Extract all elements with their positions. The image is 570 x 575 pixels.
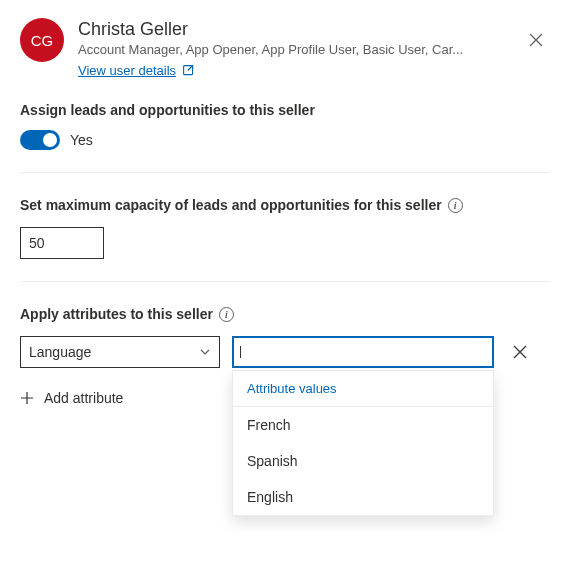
assign-label: Assign leads and opportunities to this s… (20, 102, 550, 118)
attribute-key-value: Language (29, 344, 91, 360)
divider (20, 281, 550, 282)
add-attribute-label: Add attribute (44, 390, 123, 406)
attribute-value-dropdown: Attribute values French Spanish English (232, 370, 494, 516)
user-header: CG Christa Geller Account Manager, App O… (20, 18, 550, 78)
attributes-section: Apply attributes to this seller i Langua… (20, 306, 550, 406)
avatar: CG (20, 18, 64, 62)
remove-attribute-button[interactable] (506, 338, 534, 366)
attribute-value-input[interactable] (232, 336, 494, 368)
capacity-input[interactable] (20, 227, 104, 259)
info-icon[interactable]: i (448, 198, 463, 213)
attributes-label: Apply attributes to this seller (20, 306, 213, 322)
plus-icon (20, 391, 34, 405)
assign-toggle[interactable] (20, 130, 60, 150)
dropdown-option[interactable]: French (233, 407, 493, 443)
capacity-section: Set maximum capacity of leads and opport… (20, 197, 550, 259)
view-user-details-link[interactable]: View user details (78, 63, 176, 78)
dropdown-option[interactable]: Spanish (233, 443, 493, 479)
close-icon (529, 33, 543, 47)
user-roles: Account Manager, App Opener, App Profile… (78, 42, 498, 57)
assign-section: Assign leads and opportunities to this s… (20, 102, 550, 150)
assign-toggle-value: Yes (70, 132, 93, 148)
close-button[interactable] (522, 26, 550, 54)
dropdown-header: Attribute values (233, 371, 493, 407)
info-icon[interactable]: i (219, 307, 234, 322)
dropdown-option[interactable]: English (233, 479, 493, 515)
attribute-key-select[interactable]: Language (20, 336, 220, 368)
capacity-label: Set maximum capacity of leads and opport… (20, 197, 442, 213)
chevron-down-icon (199, 346, 211, 358)
user-name: Christa Geller (78, 18, 550, 41)
divider (20, 172, 550, 173)
open-in-new-icon (182, 64, 195, 77)
close-icon (513, 345, 527, 359)
